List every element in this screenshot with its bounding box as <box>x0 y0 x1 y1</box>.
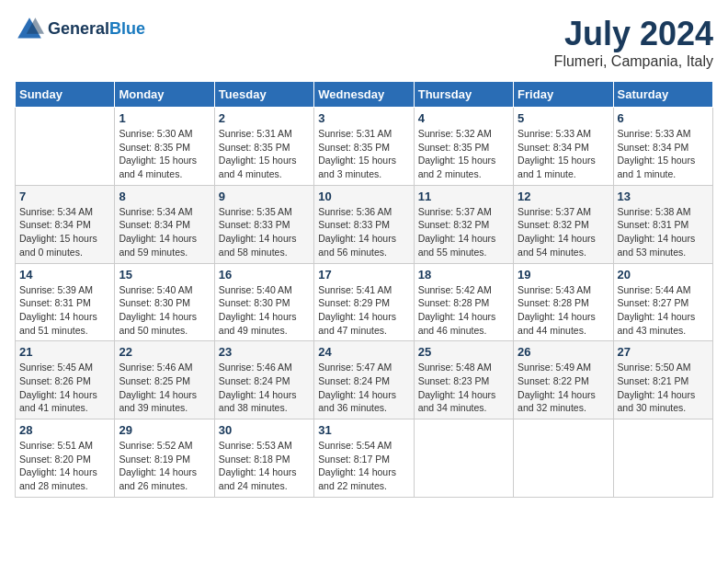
day-number: 27 <box>618 345 709 359</box>
day-number: 14 <box>19 268 110 282</box>
calendar-cell: 5 Sunrise: 5:33 AMSunset: 8:34 PMDayligh… <box>514 108 613 186</box>
calendar-cell <box>613 419 712 498</box>
cell-info: Sunrise: 5:37 AMSunset: 8:32 PMDaylight:… <box>518 205 609 259</box>
cell-info: Sunrise: 5:51 AMSunset: 8:20 PMDaylight:… <box>19 439 110 493</box>
calendar-cell: 23 Sunrise: 5:46 AMSunset: 8:24 PMDaylig… <box>214 341 313 419</box>
location-subtitle: Flumeri, Campania, Italy <box>554 53 713 70</box>
cell-info: Sunrise: 5:31 AMSunset: 8:35 PMDaylight:… <box>318 127 409 181</box>
calendar-cell <box>16 108 115 186</box>
day-number: 25 <box>418 345 509 359</box>
cell-info: Sunrise: 5:41 AMSunset: 8:29 PMDaylight:… <box>318 283 409 338</box>
calendar-cell: 20 Sunrise: 5:44 AMSunset: 8:27 PMDaylig… <box>613 263 712 341</box>
calendar-cell: 4 Sunrise: 5:32 AMSunset: 8:35 PMDayligh… <box>414 108 513 186</box>
calendar-cell: 12 Sunrise: 5:37 AMSunset: 8:32 PMDaylig… <box>514 185 613 263</box>
calendar-cell: 30 Sunrise: 5:53 AMSunset: 8:18 PMDaylig… <box>214 419 313 498</box>
cell-info: Sunrise: 5:44 AMSunset: 8:27 PMDaylight:… <box>618 283 709 338</box>
calendar-table: SundayMondayTuesdayWednesdayThursdayFrid… <box>15 81 713 498</box>
calendar-cell: 8 Sunrise: 5:34 AMSunset: 8:34 PMDayligh… <box>115 185 214 263</box>
cell-info: Sunrise: 5:54 AMSunset: 8:17 PMDaylight:… <box>318 439 409 493</box>
day-number: 2 <box>219 111 310 125</box>
day-number: 26 <box>518 345 609 359</box>
calendar-cell: 18 Sunrise: 5:42 AMSunset: 8:28 PMDaylig… <box>414 263 513 341</box>
calendar-cell: 24 Sunrise: 5:47 AMSunset: 8:24 PMDaylig… <box>314 341 414 419</box>
weekday-header-monday: Monday <box>115 82 214 108</box>
logo-general: General <box>48 19 109 38</box>
day-number: 9 <box>219 190 310 203</box>
calendar-cell <box>414 419 513 498</box>
cell-info: Sunrise: 5:53 AMSunset: 8:18 PMDaylight:… <box>219 439 310 493</box>
cell-info: Sunrise: 5:30 AMSunset: 8:35 PMDaylight:… <box>119 127 210 181</box>
week-row-1: 1 Sunrise: 5:30 AMSunset: 8:35 PMDayligh… <box>16 108 713 186</box>
cell-info: Sunrise: 5:48 AMSunset: 8:23 PMDaylight:… <box>418 361 509 415</box>
weekday-header-sunday: Sunday <box>16 82 115 108</box>
day-number: 31 <box>318 423 409 437</box>
day-number: 19 <box>518 268 609 282</box>
cell-info: Sunrise: 5:50 AMSunset: 8:21 PMDaylight:… <box>618 361 709 415</box>
logo-text: GeneralBlue <box>48 20 145 39</box>
day-number: 15 <box>119 268 210 282</box>
day-number: 7 <box>19 190 110 203</box>
day-number: 6 <box>618 111 709 125</box>
day-number: 17 <box>318 268 409 282</box>
day-number: 28 <box>19 423 110 437</box>
month-year-title: July 2024 <box>554 15 713 53</box>
day-number: 23 <box>219 345 310 359</box>
weekday-header-saturday: Saturday <box>613 82 712 108</box>
cell-info: Sunrise: 5:46 AMSunset: 8:24 PMDaylight:… <box>219 361 310 415</box>
week-row-3: 14 Sunrise: 5:39 AMSunset: 8:31 PMDaylig… <box>16 263 713 341</box>
cell-info: Sunrise: 5:40 AMSunset: 8:30 PMDaylight:… <box>119 283 210 338</box>
day-number: 3 <box>318 111 409 125</box>
calendar-cell: 19 Sunrise: 5:43 AMSunset: 8:28 PMDaylig… <box>514 263 613 341</box>
calendar-cell: 31 Sunrise: 5:54 AMSunset: 8:17 PMDaylig… <box>314 419 414 498</box>
weekday-header-thursday: Thursday <box>414 82 513 108</box>
day-number: 4 <box>418 111 509 125</box>
calendar-cell: 26 Sunrise: 5:49 AMSunset: 8:22 PMDaylig… <box>514 341 613 419</box>
cell-info: Sunrise: 5:40 AMSunset: 8:30 PMDaylight:… <box>219 283 310 338</box>
day-number: 12 <box>518 190 609 203</box>
day-number: 16 <box>219 268 310 282</box>
day-number: 8 <box>119 190 210 203</box>
cell-info: Sunrise: 5:33 AMSunset: 8:34 PMDaylight:… <box>618 127 709 181</box>
cell-info: Sunrise: 5:33 AMSunset: 8:34 PMDaylight:… <box>518 127 609 181</box>
day-number: 11 <box>418 190 509 203</box>
cell-info: Sunrise: 5:46 AMSunset: 8:25 PMDaylight:… <box>119 361 210 415</box>
day-number: 29 <box>119 423 210 437</box>
cell-info: Sunrise: 5:52 AMSunset: 8:19 PMDaylight:… <box>119 439 210 493</box>
cell-info: Sunrise: 5:36 AMSunset: 8:33 PMDaylight:… <box>318 205 409 259</box>
cell-info: Sunrise: 5:35 AMSunset: 8:33 PMDaylight:… <box>219 205 310 259</box>
calendar-cell: 22 Sunrise: 5:46 AMSunset: 8:25 PMDaylig… <box>115 341 214 419</box>
logo: GeneralBlue <box>15 15 145 44</box>
week-row-4: 21 Sunrise: 5:45 AMSunset: 8:26 PMDaylig… <box>16 341 713 419</box>
calendar-cell: 15 Sunrise: 5:40 AMSunset: 8:30 PMDaylig… <box>115 263 214 341</box>
day-number: 24 <box>318 345 409 359</box>
day-number: 18 <box>418 268 509 282</box>
day-number: 20 <box>618 268 709 282</box>
calendar-cell: 21 Sunrise: 5:45 AMSunset: 8:26 PMDaylig… <box>16 341 115 419</box>
calendar-cell: 17 Sunrise: 5:41 AMSunset: 8:29 PMDaylig… <box>314 263 414 341</box>
calendar-cell: 7 Sunrise: 5:34 AMSunset: 8:34 PMDayligh… <box>16 185 115 263</box>
cell-info: Sunrise: 5:49 AMSunset: 8:22 PMDaylight:… <box>518 361 609 415</box>
calendar-cell: 16 Sunrise: 5:40 AMSunset: 8:30 PMDaylig… <box>214 263 313 341</box>
day-number: 22 <box>119 345 210 359</box>
day-number: 21 <box>19 345 110 359</box>
cell-info: Sunrise: 5:31 AMSunset: 8:35 PMDaylight:… <box>219 127 310 181</box>
title-block: July 2024 Flumeri, Campania, Italy <box>554 15 713 70</box>
calendar-cell: 29 Sunrise: 5:52 AMSunset: 8:19 PMDaylig… <box>115 419 214 498</box>
page-header: GeneralBlue July 2024 Flumeri, Campania,… <box>15 15 713 70</box>
weekday-header-tuesday: Tuesday <box>214 82 313 108</box>
day-number: 5 <box>518 111 609 125</box>
calendar-cell: 14 Sunrise: 5:39 AMSunset: 8:31 PMDaylig… <box>16 263 115 341</box>
day-number: 1 <box>119 111 210 125</box>
week-row-5: 28 Sunrise: 5:51 AMSunset: 8:20 PMDaylig… <box>16 419 713 498</box>
calendar-cell: 28 Sunrise: 5:51 AMSunset: 8:20 PMDaylig… <box>16 419 115 498</box>
calendar-cell: 13 Sunrise: 5:38 AMSunset: 8:31 PMDaylig… <box>613 185 712 263</box>
cell-info: Sunrise: 5:34 AMSunset: 8:34 PMDaylight:… <box>119 205 210 259</box>
weekday-header-friday: Friday <box>514 82 613 108</box>
weekday-header-wednesday: Wednesday <box>314 82 414 108</box>
day-number: 13 <box>618 190 709 203</box>
cell-info: Sunrise: 5:47 AMSunset: 8:24 PMDaylight:… <box>318 361 409 415</box>
cell-info: Sunrise: 5:45 AMSunset: 8:26 PMDaylight:… <box>19 361 110 415</box>
cell-info: Sunrise: 5:42 AMSunset: 8:28 PMDaylight:… <box>418 283 509 338</box>
cell-info: Sunrise: 5:32 AMSunset: 8:35 PMDaylight:… <box>418 127 509 181</box>
calendar-cell: 27 Sunrise: 5:50 AMSunset: 8:21 PMDaylig… <box>613 341 712 419</box>
